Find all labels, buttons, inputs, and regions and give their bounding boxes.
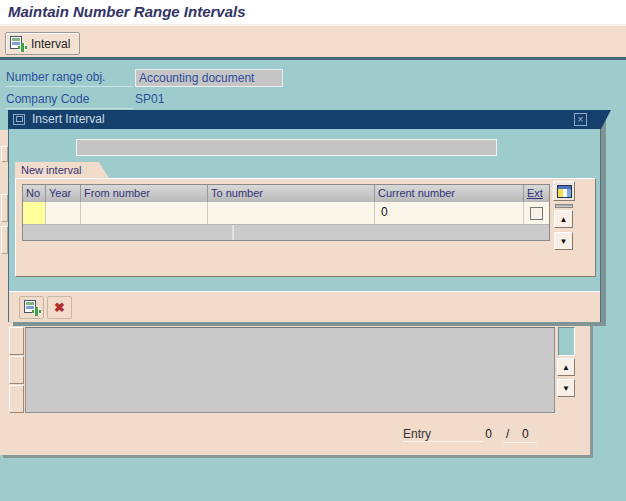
entry-total-value: 0	[522, 427, 529, 441]
add-interval-icon	[24, 300, 40, 315]
empty-row-divider	[232, 225, 234, 240]
cancel-x-icon: ✖	[54, 301, 65, 314]
to-number-input-cell[interactable]	[208, 202, 375, 224]
dialog-titlebar[interactable]: Insert Interval ×	[8, 110, 601, 129]
number-range-obj-label: Number range obj.	[6, 70, 133, 87]
company-code-value: SP01	[135, 92, 164, 106]
new-interval-table: No Year From number To number Current nu…	[22, 184, 550, 241]
row-selector-button[interactable]	[1, 226, 8, 254]
entry-current-value: 0	[470, 427, 492, 441]
intervals-table	[9, 327, 555, 414]
table-scroll-down-button[interactable]: ▼	[554, 232, 573, 250]
titlebar-corner	[601, 110, 611, 129]
scroll-up-icon: ▲	[562, 363, 570, 372]
entry-separator: /	[506, 427, 509, 441]
table-row: 0	[23, 202, 549, 224]
scroll-up-icon: ▲	[560, 215, 568, 224]
empty-table-row	[23, 224, 549, 240]
scroll-down-icon: ▼	[562, 384, 570, 393]
table-header-row: No Year From number To number Current nu…	[23, 185, 549, 202]
row-selector-button[interactable]	[1, 194, 8, 222]
row-selector-cell[interactable]	[9, 327, 24, 355]
scroll-down-button[interactable]: ▼	[557, 379, 575, 397]
from-number-input-cell[interactable]	[81, 202, 208, 224]
subobject-field[interactable]	[76, 139, 497, 156]
interval-button-label: Interval	[31, 37, 70, 51]
entry-total-underline	[503, 442, 537, 443]
insert-interval-dialog: Insert Interval × New interval No Year F…	[8, 110, 601, 322]
cancel-button[interactable]: ✖	[47, 296, 72, 319]
no-input-cell[interactable]	[23, 202, 46, 224]
interval-button[interactable]: Interval	[5, 32, 80, 55]
dialog-footer: ✖	[9, 291, 600, 322]
dialog-window-icon	[13, 114, 25, 125]
add-interval-icon	[10, 36, 26, 51]
header-to-number[interactable]: To number	[208, 185, 375, 202]
header-year[interactable]: Year	[46, 185, 81, 202]
insert-confirm-button[interactable]	[19, 296, 44, 319]
current-number-cell[interactable]: 0	[375, 202, 524, 224]
row-selector-cell[interactable]	[9, 356, 24, 384]
company-code-label: Company Code	[6, 92, 133, 109]
header-no[interactable]: No	[23, 185, 46, 202]
table-configuration-button[interactable]	[553, 181, 575, 201]
page-title: Maintain Number Range Intervals	[8, 3, 246, 20]
new-interval-group: No Year From number To number Current nu…	[15, 178, 596, 277]
scrollbar-separator	[555, 204, 573, 208]
scroll-up-button[interactable]: ▲	[557, 358, 575, 376]
number-range-obj-field[interactable]: Accounting document	[135, 69, 283, 87]
header-from-number[interactable]: From number	[81, 185, 208, 202]
row-selector-cell[interactable]	[9, 385, 24, 413]
scrollbar-track[interactable]	[558, 327, 575, 356]
ext-cell	[524, 202, 549, 224]
table-config-icon	[557, 185, 572, 198]
application-toolbar: Interval	[0, 24, 626, 57]
year-input-cell[interactable]	[46, 202, 81, 224]
header-current-number[interactable]: Current number	[375, 185, 524, 202]
dialog-body: New interval No Year From number To numb…	[8, 129, 601, 322]
row-selector-button[interactable]	[1, 146, 8, 162]
dialog-title: Insert Interval	[32, 112, 105, 126]
intervals-table-body	[25, 327, 555, 413]
scroll-down-icon: ▼	[560, 237, 568, 246]
tab-new-interval[interactable]: New interval	[15, 162, 109, 178]
header-ext[interactable]: Ext	[524, 185, 549, 202]
sap-window: Maintain Number Range Intervals Interval…	[0, 0, 626, 501]
close-icon[interactable]: ×	[574, 113, 587, 126]
ext-checkbox[interactable]	[530, 207, 543, 220]
table-scroll-up-button[interactable]: ▲	[554, 210, 573, 228]
